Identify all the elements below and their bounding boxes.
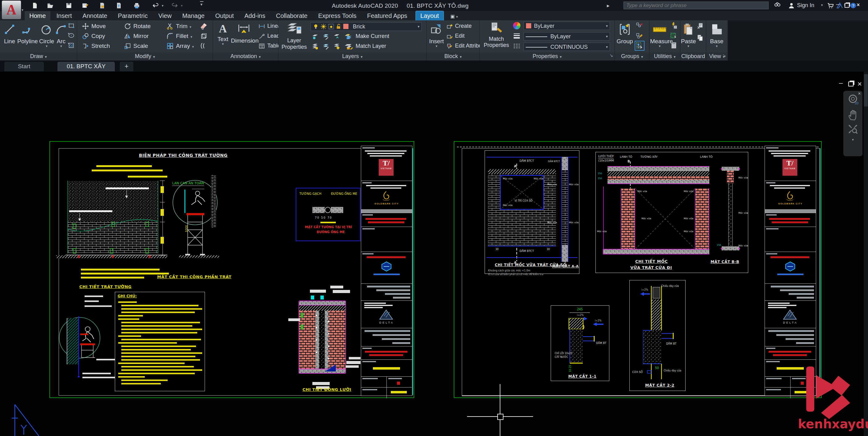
- panel-label-groups[interactable]: Groups▾: [615, 52, 649, 60]
- panel-label-view[interactable]: View▾↘: [706, 52, 727, 60]
- tab-addins[interactable]: Add-ins: [240, 11, 270, 21]
- array-button[interactable]: Array▾: [166, 41, 194, 51]
- measure-dropdown-icon[interactable]: ▾: [650, 45, 669, 47]
- open-file-button[interactable]: [46, 2, 54, 9]
- array-dropdown-icon[interactable]: ▾: [192, 45, 194, 49]
- viewport-close-icon[interactable]: ×: [858, 80, 862, 88]
- ribbon-display-toggle[interactable]: ▣ ▾: [451, 13, 458, 19]
- group-button[interactable]: Group: [616, 23, 633, 45]
- fillet-dropdown-icon[interactable]: ▾: [190, 35, 192, 38]
- search-icon[interactable]: [773, 2, 781, 11]
- circle-button[interactable]: Circle▾: [39, 23, 54, 47]
- tab-express-tools[interactable]: Express Tools: [314, 11, 361, 21]
- minimize-button[interactable]: –: [834, 1, 841, 7]
- tab-collaborate[interactable]: Collaborate: [271, 11, 312, 21]
- select-similar-button[interactable]: [670, 31, 678, 41]
- ungroup-button[interactable]: [635, 22, 643, 31]
- navigation-bar[interactable]: ✕ 2D ▾: [843, 91, 863, 156]
- tab-featured-apps[interactable]: Featured Apps: [362, 11, 412, 21]
- close-button[interactable]: ×: [855, 2, 862, 8]
- panel-label-clipboard[interactable]: Clipboard: [680, 52, 706, 60]
- drawing-area[interactable]: – × ✕ 2D ▾ BIỆN PHÁP THI CÔNG TRÁT TƯỜNG: [0, 71, 868, 436]
- redo-button[interactable]: [170, 2, 178, 9]
- circle-dropdown-icon[interactable]: ▾: [39, 45, 54, 47]
- undo-dropdown-icon[interactable]: ▾: [162, 4, 164, 8]
- app-store-cart-icon[interactable]: [827, 2, 834, 11]
- base-dropdown-icon[interactable]: ▾: [709, 45, 724, 47]
- mirror-button[interactable]: Mirror: [123, 31, 149, 41]
- make-current-button[interactable]: Make Current: [346, 31, 389, 41]
- tab-home[interactable]: Home: [25, 11, 50, 21]
- application-menu-button[interactable]: A: [2, 1, 21, 19]
- insert-button[interactable]: Insert▾: [429, 23, 444, 47]
- viewport-minimize-icon[interactable]: –: [839, 79, 843, 87]
- panel-label-draw[interactable]: Draw▾: [0, 52, 77, 60]
- quick-calculator-button[interactable]: [670, 41, 678, 51]
- signin-dropdown-icon[interactable]: ▾: [821, 3, 823, 7]
- title-overflow-icon[interactable]: ▸: [607, 2, 610, 9]
- pan-hand-icon[interactable]: [848, 109, 858, 120]
- dimension-button[interactable]: Dimension: [231, 22, 257, 44]
- qat-customize-icon[interactable]: ▔▾: [200, 1, 204, 11]
- group-selection-toggle[interactable]: [634, 41, 645, 51]
- restore-button[interactable]: [843, 3, 851, 9]
- tab-layout[interactable]: Layout: [416, 11, 443, 21]
- open-from-web-button[interactable]: [98, 2, 106, 9]
- tab-annotate[interactable]: Annotate: [78, 11, 112, 21]
- erase-button[interactable]: [199, 22, 210, 31]
- redo-dropdown-icon[interactable]: ▾: [181, 4, 183, 8]
- table-button[interactable]: Table: [258, 41, 281, 50]
- tab-insert[interactable]: Insert: [52, 11, 76, 21]
- new-file-button[interactable]: [31, 2, 39, 9]
- linetype-combo[interactable]: CONTINUOUS▾: [524, 42, 610, 51]
- tab-output[interactable]: Output: [211, 11, 238, 21]
- new-drawing-tab-button[interactable]: +: [120, 62, 133, 71]
- fillet-button[interactable]: Fillet▾: [166, 31, 192, 41]
- viewport-restore-icon[interactable]: [848, 82, 854, 86]
- layer-combo[interactable]: Brick▾: [311, 22, 422, 31]
- match-layer-button[interactable]: Match Layer: [346, 41, 386, 51]
- zoom-extents-icon[interactable]: [848, 123, 858, 135]
- paste-button[interactable]: Paste▾: [681, 23, 696, 47]
- file-tab-document[interactable]: 01. BPTC XÂY TÔ*✕: [57, 62, 115, 71]
- file-tab-start[interactable]: Start: [4, 62, 44, 71]
- search-input[interactable]: [623, 2, 769, 9]
- block-create-button[interactable]: Create: [446, 21, 472, 31]
- lineweight-combo[interactable]: ByLayer▾: [524, 32, 610, 40]
- arc-button[interactable]: Arc▾: [55, 23, 67, 47]
- steering-wheel-icon[interactable]: 2D: [847, 94, 859, 106]
- polyline-button[interactable]: Polyline: [17, 23, 38, 45]
- panel-label-block[interactable]: Block▾: [427, 52, 479, 60]
- group-edit-button[interactable]: [635, 31, 643, 41]
- line-button[interactable]: Line: [2, 23, 17, 45]
- copy-button[interactable]: Copy: [82, 31, 105, 41]
- rotate-button[interactable]: Rotate: [123, 22, 151, 31]
- view-dialog-launcher[interactable]: ↘: [722, 51, 726, 59]
- tab-view[interactable]: View: [154, 11, 176, 21]
- copy-clip-button[interactable]: [696, 34, 704, 42]
- save-button[interactable]: [65, 2, 73, 9]
- panel-label-annotation[interactable]: Annotation▾: [213, 52, 278, 60]
- undo-button[interactable]: [152, 2, 160, 9]
- panel-label-layers[interactable]: Layers▾: [278, 52, 426, 60]
- base-button[interactable]: Base▾: [709, 23, 724, 47]
- arc-dropdown-icon[interactable]: ▾: [55, 45, 67, 47]
- paste-dropdown-icon[interactable]: ▾: [681, 45, 696, 47]
- cut-button[interactable]: [696, 22, 704, 31]
- measure-button[interactable]: Measure▾: [650, 23, 669, 47]
- color-combo[interactable]: ByLayer▾: [524, 22, 610, 30]
- properties-dialog-launcher[interactable]: ↘: [609, 51, 613, 59]
- text-button[interactable]: A Text▾: [216, 22, 230, 45]
- save-to-web-button[interactable]: [115, 2, 123, 9]
- panel-label-properties[interactable]: Properties▾↘: [480, 52, 615, 60]
- block-edit-button[interactable]: Edit: [446, 31, 465, 40]
- trim-button[interactable]: Trim▾: [166, 22, 191, 31]
- layer-properties-button[interactable]: Layer Properties: [281, 22, 307, 50]
- sign-in-button[interactable]: Sign In: [797, 2, 814, 9]
- tab-parametric[interactable]: Parametric: [113, 11, 153, 21]
- panel-label-utilities[interactable]: Utilities▾: [649, 52, 680, 60]
- explode-button[interactable]: [199, 31, 210, 41]
- layer-combo-dropdown-icon[interactable]: ▾: [417, 23, 420, 31]
- plot-button[interactable]: [133, 2, 141, 9]
- move-button[interactable]: Move: [82, 22, 105, 31]
